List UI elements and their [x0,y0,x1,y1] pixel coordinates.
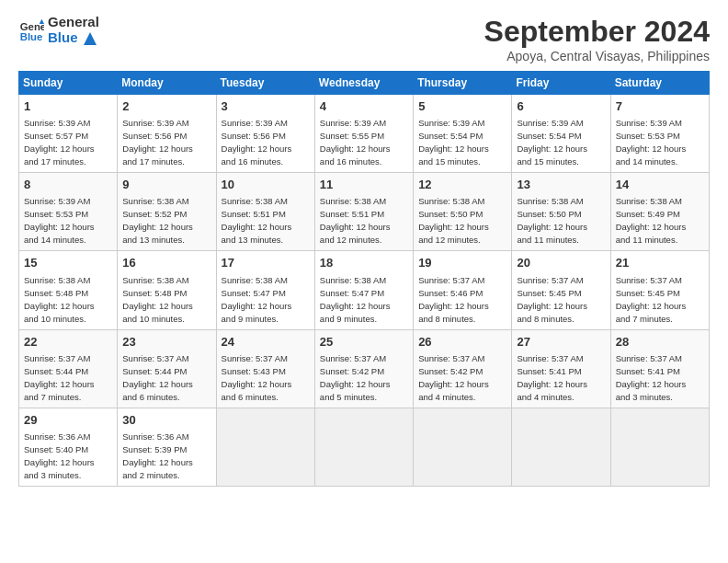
title-area: September 2024 Apoya, Central Visayas, P… [484,15,710,63]
day-3: 3Sunrise: 5:39 AMSunset: 5:56 PMDaylight… [216,95,314,173]
day-29: 29Sunrise: 5:36 AMSunset: 5:40 PMDayligh… [19,408,118,486]
month-title: September 2024 [484,15,710,49]
week-row-2: 8Sunrise: 5:39 AMSunset: 5:53 PMDaylight… [19,173,710,251]
col-monday: Monday [118,72,216,95]
day-7: 7Sunrise: 5:39 AMSunset: 5:53 PMDaylight… [610,95,709,173]
day-24: 24Sunrise: 5:37 AMSunset: 5:43 PMDayligh… [216,329,314,408]
empty-cell-w5-6 [610,408,709,486]
day-4: 4Sunrise: 5:39 AMSunset: 5:55 PMDaylight… [314,95,413,173]
col-tuesday: Tuesday [216,72,314,95]
day-9: 9Sunrise: 5:38 AMSunset: 5:52 PMDaylight… [118,173,216,251]
empty-cell-w5-4 [414,408,512,486]
day-14: 14Sunrise: 5:38 AMSunset: 5:49 PMDayligh… [610,173,709,251]
day-6: 6Sunrise: 5:39 AMSunset: 5:54 PMDaylight… [512,95,610,173]
col-thursday: Thursday [414,72,512,95]
col-wednesday: Wednesday [314,72,413,95]
day-26: 26Sunrise: 5:37 AMSunset: 5:42 PMDayligh… [414,329,512,408]
day-18: 18Sunrise: 5:38 AMSunset: 5:47 PMDayligh… [314,251,413,329]
day-19: 19Sunrise: 5:37 AMSunset: 5:46 PMDayligh… [414,251,512,329]
day-20: 20Sunrise: 5:37 AMSunset: 5:45 PMDayligh… [512,251,610,329]
day-12: 12Sunrise: 5:38 AMSunset: 5:50 PMDayligh… [414,173,512,251]
day-21: 21Sunrise: 5:37 AMSunset: 5:45 PMDayligh… [610,251,709,329]
logo-triangle-icon [84,32,97,45]
header-row: Sunday Monday Tuesday Wednesday Thursday… [19,72,710,95]
day-30: 30Sunrise: 5:36 AMSunset: 5:39 PMDayligh… [118,408,216,486]
calendar-body: 1Sunrise: 5:39 AMSunset: 5:57 PMDaylight… [19,95,710,487]
calendar: Sunday Monday Tuesday Wednesday Thursday… [18,71,710,487]
col-friday: Friday [512,72,610,95]
day-28: 28Sunrise: 5:37 AMSunset: 5:41 PMDayligh… [610,329,709,408]
location-subtitle: Apoya, Central Visayas, Philippines [484,49,710,63]
header: General Blue General Blue September 2024… [18,15,710,63]
day-27: 27Sunrise: 5:37 AMSunset: 5:41 PMDayligh… [512,329,610,408]
logo-icon: General Blue [18,17,44,43]
svg-marker-3 [84,32,97,45]
svg-text:Blue: Blue [20,30,43,41]
logo-general: General [48,14,99,29]
day-23: 23Sunrise: 5:37 AMSunset: 5:44 PMDayligh… [118,329,216,408]
week-row-3: 15Sunrise: 5:38 AMSunset: 5:48 PMDayligh… [19,251,710,329]
week-row-5: 29Sunrise: 5:36 AMSunset: 5:40 PMDayligh… [19,408,710,486]
day-15: 15Sunrise: 5:38 AMSunset: 5:48 PMDayligh… [19,251,118,329]
logo: General Blue General Blue [18,15,99,45]
day-11: 11Sunrise: 5:38 AMSunset: 5:51 PMDayligh… [314,173,413,251]
day-5: 5Sunrise: 5:39 AMSunset: 5:54 PMDaylight… [414,95,512,173]
day-2: 2Sunrise: 5:39 AMSunset: 5:56 PMDaylight… [118,95,216,173]
col-sunday: Sunday [19,72,118,95]
day-16: 16Sunrise: 5:38 AMSunset: 5:48 PMDayligh… [118,251,216,329]
day-25: 25Sunrise: 5:37 AMSunset: 5:42 PMDayligh… [314,329,413,408]
day-13: 13Sunrise: 5:38 AMSunset: 5:50 PMDayligh… [512,173,610,251]
day-8: 8Sunrise: 5:39 AMSunset: 5:53 PMDaylight… [19,173,118,251]
empty-cell-w5-3 [314,408,413,486]
day-22: 22Sunrise: 5:37 AMSunset: 5:44 PMDayligh… [19,329,118,408]
day-10: 10Sunrise: 5:38 AMSunset: 5:51 PMDayligh… [216,173,314,251]
calendar-header: Sunday Monday Tuesday Wednesday Thursday… [19,72,710,95]
empty-cell-w5-5 [512,408,610,486]
day-17: 17Sunrise: 5:38 AMSunset: 5:47 PMDayligh… [216,251,314,329]
day-1: 1Sunrise: 5:39 AMSunset: 5:57 PMDaylight… [19,95,118,173]
logo-blue: Blue [48,29,78,45]
empty-cell-w5-2 [216,408,314,486]
week-row-1: 1Sunrise: 5:39 AMSunset: 5:57 PMDaylight… [19,95,710,173]
col-saturday: Saturday [610,72,709,95]
week-row-4: 22Sunrise: 5:37 AMSunset: 5:44 PMDayligh… [19,329,710,408]
